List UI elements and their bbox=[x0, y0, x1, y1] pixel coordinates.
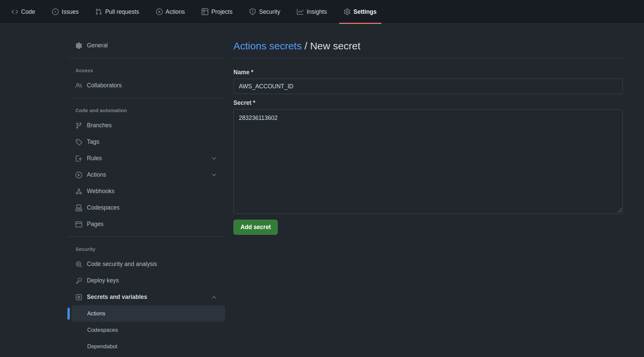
graph-icon bbox=[297, 8, 304, 15]
sidebar-item-label: Tags bbox=[87, 138, 217, 145]
sidebar-subitem-actions[interactable]: Actions bbox=[71, 305, 225, 322]
sidebar-item-deploy-keys[interactable]: Deploy keys bbox=[67, 272, 225, 289]
shield-icon bbox=[249, 8, 256, 15]
sidebar-item-label: Secrets and variables bbox=[87, 294, 206, 301]
sidebar-item-label: Code security and analysis bbox=[87, 261, 217, 268]
sidebar-item-actions[interactable]: Actions bbox=[67, 167, 225, 183]
gear-icon bbox=[75, 42, 82, 49]
key-icon bbox=[75, 277, 82, 284]
sidebar-item-secrets-and-variables[interactable]: Secrets and variables bbox=[67, 289, 225, 305]
divider bbox=[67, 98, 225, 98]
tab-label: Security bbox=[259, 8, 280, 15]
sidebar-item-pages[interactable]: Pages bbox=[67, 216, 225, 232]
tab-actions[interactable]: Actions bbox=[151, 0, 190, 24]
breadcrumb-current: New secret bbox=[310, 40, 360, 51]
divider bbox=[67, 58, 225, 58]
divider bbox=[67, 236, 225, 237]
sidebar-subitem-codespaces[interactable]: Codespaces bbox=[71, 322, 225, 338]
divider bbox=[233, 58, 623, 58]
sidebar-item-label: Branches bbox=[87, 122, 217, 129]
gear-icon bbox=[344, 8, 351, 15]
breadcrumb-separator: / bbox=[305, 40, 307, 51]
play-icon bbox=[156, 8, 163, 15]
sidebar-item-label: Actions bbox=[87, 171, 206, 178]
chevron-up-icon bbox=[211, 294, 217, 300]
sidebar-item-label: General bbox=[87, 42, 217, 49]
sidebar-item-label: Deploy keys bbox=[87, 277, 217, 284]
rule-icon bbox=[75, 155, 82, 162]
sidebar-item-label: Rules bbox=[87, 155, 206, 162]
sidebar-item-general[interactable]: General bbox=[67, 37, 225, 54]
settings-sidebar: General Access Collaborators Code and au… bbox=[67, 24, 225, 357]
code-scan-icon bbox=[75, 261, 82, 268]
git-branch-icon bbox=[75, 122, 82, 129]
sidebar-subitem-dependabot[interactable]: Dependabot bbox=[71, 338, 225, 355]
tab-projects[interactable]: Projects bbox=[197, 0, 237, 24]
sidebar-subitem-label: Codespaces bbox=[87, 327, 118, 333]
sidebar-section-title-access: Access bbox=[67, 68, 225, 73]
sidebar-item-label: Collaborators bbox=[87, 82, 217, 89]
tab-pull-requests[interactable]: Pull requests bbox=[91, 0, 144, 24]
sidebar-item-tags[interactable]: Tags bbox=[67, 134, 225, 150]
page-title: Actions secrets / New secret bbox=[233, 40, 623, 52]
codespaces-icon bbox=[75, 205, 82, 211]
repo-tab-bar: Code Issues Pull requests Actions Projec… bbox=[0, 0, 644, 24]
sidebar-item-label: Codespaces bbox=[87, 204, 217, 211]
sidebar-subitem-label: Dependabot bbox=[87, 343, 117, 350]
tab-insights[interactable]: Insights bbox=[292, 0, 331, 24]
tab-label: Settings bbox=[354, 8, 377, 15]
tag-icon bbox=[75, 139, 82, 145]
secret-label: Secret * bbox=[233, 99, 623, 106]
chevron-down-icon bbox=[211, 172, 217, 178]
tab-label: Insights bbox=[307, 8, 327, 15]
name-label: Name * bbox=[233, 69, 623, 76]
git-pull-request-icon bbox=[95, 8, 102, 15]
new-secret-form: Actions secrets / New secret Name * Secr… bbox=[233, 24, 623, 235]
tab-code[interactable]: Code bbox=[7, 0, 40, 24]
sidebar-item-label: Webhooks bbox=[87, 188, 217, 195]
add-secret-button[interactable]: Add secret bbox=[233, 220, 278, 235]
tab-label: Actions bbox=[166, 8, 185, 15]
tab-label: Code bbox=[21, 8, 35, 15]
play-icon bbox=[75, 172, 82, 178]
tab-label: Projects bbox=[211, 8, 232, 15]
browser-icon bbox=[75, 221, 82, 228]
sidebar-subitem-label: Actions bbox=[87, 310, 105, 317]
code-icon bbox=[11, 8, 18, 15]
table-icon bbox=[202, 8, 208, 15]
people-icon bbox=[75, 82, 82, 89]
sidebar-item-code-security[interactable]: Code security and analysis bbox=[67, 256, 225, 272]
breadcrumb-actions-secrets-link[interactable]: Actions secrets bbox=[233, 40, 302, 51]
chevron-down-icon bbox=[211, 155, 217, 162]
tab-issues[interactable]: Issues bbox=[47, 0, 84, 24]
sidebar-item-rules[interactable]: Rules bbox=[67, 150, 225, 167]
secret-name-input[interactable] bbox=[233, 79, 623, 94]
webhook-icon bbox=[75, 188, 82, 195]
sidebar-item-branches[interactable]: Branches bbox=[67, 117, 225, 134]
tab-label: Pull requests bbox=[105, 8, 139, 15]
sidebar-item-codespaces[interactable]: Codespaces bbox=[67, 199, 225, 216]
asterisk-box-icon bbox=[75, 294, 82, 301]
tab-label: Issues bbox=[62, 8, 79, 15]
sidebar-item-collaborators[interactable]: Collaborators bbox=[67, 77, 225, 94]
sidebar-item-webhooks[interactable]: Webhooks bbox=[67, 183, 225, 199]
secret-value-textarea[interactable]: 283236113602 bbox=[233, 109, 623, 214]
sidebar-section-title-code-and-automation: Code and automation bbox=[67, 107, 225, 113]
sidebar-item-label: Pages bbox=[87, 221, 217, 228]
tab-settings[interactable]: Settings bbox=[339, 0, 381, 24]
tab-security[interactable]: Security bbox=[245, 0, 285, 24]
sidebar-section-title-security: Security bbox=[67, 246, 225, 252]
issue-opened-icon bbox=[52, 8, 59, 15]
